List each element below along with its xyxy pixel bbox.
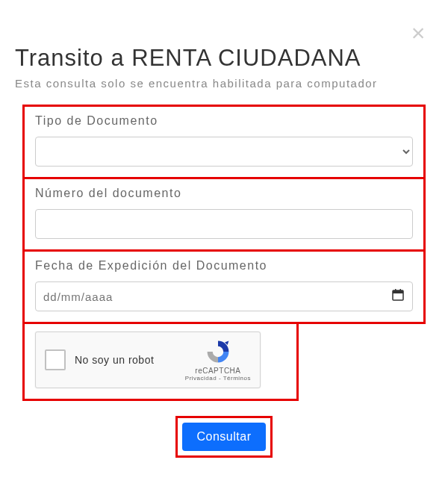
- submit-area: Consultar: [22, 416, 426, 458]
- doc-date-label: Fecha de Expedición del Documento: [35, 259, 413, 273]
- recaptcha-label: No soy un robot: [75, 354, 185, 366]
- recaptcha-branding: reCAPTCHA Privacidad - Términos: [185, 338, 251, 382]
- page-subtitle: Esta consulta solo se encuentra habilita…: [15, 75, 433, 91]
- doc-number-input[interactable]: [35, 209, 413, 239]
- submit-highlight: Consultar: [175, 416, 273, 458]
- field-group-doc-number: Número del documento: [22, 179, 426, 252]
- field-group-doc-type: Tipo de Documento: [22, 105, 426, 179]
- doc-type-select[interactable]: [35, 137, 413, 167]
- field-group-recaptcha: No soy un robot reCAPTCHA Privacidad - T…: [22, 324, 299, 401]
- consult-form: Tipo de Documento Número del documento F…: [15, 105, 433, 458]
- recaptcha-widget: No soy un robot reCAPTCHA Privacidad - T…: [35, 332, 261, 388]
- page-title: Transito a RENTA CIUDADANA: [15, 45, 433, 72]
- recaptcha-icon: [205, 338, 231, 365]
- recaptcha-checkbox[interactable]: [45, 349, 66, 370]
- submit-button[interactable]: Consultar: [182, 423, 267, 451]
- doc-type-label: Tipo de Documento: [35, 114, 413, 128]
- recaptcha-brand-text: reCAPTCHA: [195, 367, 240, 375]
- close-icon[interactable]: ×: [411, 21, 426, 45]
- field-group-doc-date: Fecha de Expedición del Documento: [22, 252, 426, 324]
- recaptcha-links[interactable]: Privacidad - Términos: [185, 375, 251, 382]
- doc-number-label: Número del documento: [35, 187, 413, 200]
- doc-date-input[interactable]: [35, 281, 413, 311]
